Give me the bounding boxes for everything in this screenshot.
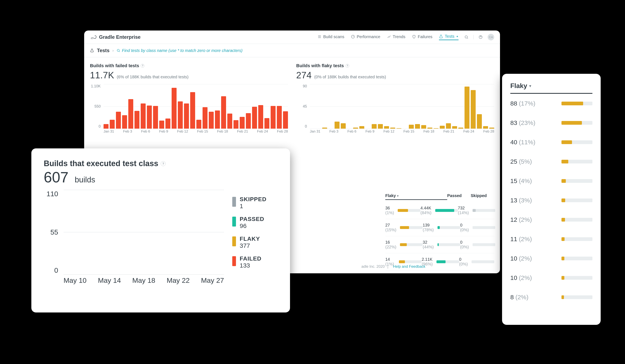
bar[interactable]: [240, 117, 245, 129]
bar[interactable]: [209, 112, 214, 129]
legend-item-passed[interactable]: PASSED96: [232, 216, 278, 229]
bar[interactable]: [322, 128, 327, 129]
bar[interactable]: [153, 106, 158, 129]
flaky-row[interactable]: 40(11%): [510, 133, 593, 152]
bar[interactable]: [271, 106, 276, 129]
bar[interactable]: [378, 124, 383, 129]
bar[interactable]: [390, 128, 395, 129]
flaky-row[interactable]: 8(2%): [510, 287, 593, 307]
flaky-row[interactable]: 12(2%): [510, 210, 593, 229]
bar[interactable]: [215, 111, 220, 129]
svg-point-1: [92, 39, 93, 39]
legend-item-failed[interactable]: FAILED133: [232, 255, 278, 269]
svg-point-3: [465, 36, 468, 38]
nav-tests[interactable]: Tests ✦: [439, 34, 459, 40]
bar[interactable]: [141, 104, 146, 129]
flaky-sort-header[interactable]: Flaky ▾: [510, 82, 593, 94]
help-icon[interactable]: ?: [141, 64, 144, 68]
nav-build-scans[interactable]: Build scans: [317, 34, 344, 40]
bar[interactable]: [359, 126, 364, 129]
bar[interactable]: [110, 120, 115, 129]
bar[interactable]: [384, 126, 389, 129]
bar[interactable]: [104, 124, 108, 129]
footer-help-link[interactable]: Help and Feedback: [393, 264, 425, 269]
table-row[interactable]: 36 (1%)4.44K (84%)732 (14%): [385, 202, 494, 219]
brand[interactable]: Gradle Enterprise: [90, 34, 140, 40]
help-icon[interactable]: [479, 35, 483, 39]
flaky-row[interactable]: 15(4%): [510, 171, 593, 191]
col-header-skipped[interactable]: Skipped: [471, 193, 494, 200]
bar[interactable]: [264, 118, 269, 129]
bar[interactable]: [409, 125, 414, 129]
table-row[interactable]: 14 (1%)1.74K (97%)0 (0%): [385, 270, 494, 273]
bar[interactable]: [147, 106, 152, 129]
bar[interactable]: [452, 126, 457, 129]
bar[interactable]: [203, 107, 208, 129]
bar[interactable]: [277, 106, 282, 129]
flaky-row[interactable]: 25(5%): [510, 152, 593, 171]
bar[interactable]: [258, 105, 263, 129]
bar[interactable]: [233, 120, 238, 129]
nav-failures[interactable]: Failures: [412, 34, 432, 40]
nav-performance[interactable]: Performance: [351, 34, 380, 40]
bar[interactable]: [190, 92, 195, 129]
flaky-row[interactable]: 10(2%): [510, 268, 593, 287]
bar[interactable]: [427, 128, 432, 129]
legend-item-flaky[interactable]: FLAKY377: [232, 236, 278, 249]
bar[interactable]: [341, 123, 346, 129]
bar[interactable]: [116, 112, 121, 129]
bar[interactable]: [246, 113, 251, 129]
divider: [473, 35, 474, 39]
bar[interactable]: [122, 115, 127, 129]
bar[interactable]: [221, 96, 226, 129]
chevron-down-icon: ▾: [397, 194, 399, 197]
bar[interactable]: [134, 111, 139, 129]
bar[interactable]: [227, 113, 232, 129]
nav-trends[interactable]: Trends: [387, 34, 406, 40]
bar[interactable]: [335, 122, 340, 129]
bar[interactable]: [252, 107, 257, 129]
table-row[interactable]: 27 (15%)139 (78%)0 (0%): [385, 219, 494, 236]
bar[interactable]: [415, 124, 420, 129]
bar[interactable]: [196, 120, 201, 129]
help-icon[interactable]: ?: [345, 64, 349, 68]
tests-icon: [439, 34, 443, 39]
bar[interactable]: [372, 124, 377, 129]
flaky-row[interactable]: 13(3%): [510, 191, 593, 210]
bar[interactable]: [283, 111, 288, 129]
panel-flaky-title: Builds with flaky tests: [296, 63, 344, 68]
bar[interactable]: [489, 128, 494, 129]
bar[interactable]: [178, 101, 183, 129]
gradle-logo-icon: [90, 34, 97, 40]
search-tests-input[interactable]: Find tests by class name (use * to match…: [117, 48, 243, 53]
legend-item-skipped[interactable]: SKIPPED1: [232, 196, 278, 210]
bar[interactable]: [458, 128, 463, 129]
bar[interactable]: [353, 128, 358, 129]
bar[interactable]: [483, 126, 488, 129]
bar[interactable]: [440, 126, 445, 129]
flaky-row[interactable]: 10(2%): [510, 249, 593, 268]
bar[interactable]: [477, 114, 482, 129]
bar[interactable]: [421, 125, 426, 129]
nav-trends-label: Trends: [393, 34, 406, 39]
bar[interactable]: [159, 121, 164, 129]
col-header-passed[interactable]: Passed: [447, 193, 471, 200]
flaky-row[interactable]: 88(17%): [510, 94, 593, 113]
col-header-flaky[interactable]: Flaky ▾: [385, 193, 447, 200]
avatar[interactable]: CA: [488, 34, 494, 40]
flaky-row[interactable]: 11(2%): [510, 229, 593, 249]
bar[interactable]: [165, 118, 170, 129]
bar[interactable]: [446, 123, 451, 129]
tests-table: Flaky ▾ Passed Skipped 36 (1%)4.44K (84%…: [385, 193, 494, 273]
bar[interactable]: [128, 99, 133, 129]
bar[interactable]: [184, 104, 189, 129]
search-icon[interactable]: [464, 35, 469, 39]
bar[interactable]: [434, 128, 438, 129]
bar[interactable]: [471, 90, 476, 129]
bar[interactable]: [396, 128, 401, 129]
table-row[interactable]: 16 (22%)32 (44%)0 (0%): [385, 236, 494, 253]
bar[interactable]: [172, 88, 177, 129]
help-icon[interactable]: ?: [161, 161, 166, 166]
bar[interactable]: [465, 86, 469, 129]
flaky-row[interactable]: 83(23%): [510, 113, 593, 133]
